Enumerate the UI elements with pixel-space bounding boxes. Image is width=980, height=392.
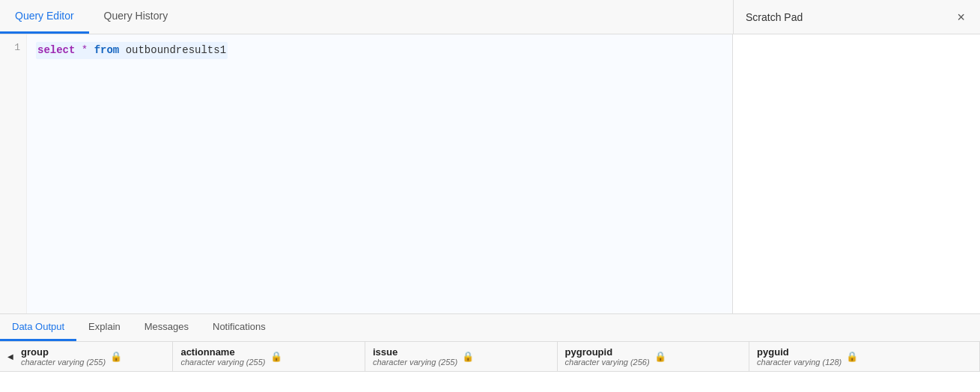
- col-pygroupid-content: pygroupid character varying (256): [565, 346, 650, 367]
- sort-icon: ◀: [7, 352, 13, 361]
- bottom-tabs: Data Output Explain Messages Notificatio…: [0, 313, 980, 342]
- col-issue-content: issue character varying (255): [373, 346, 457, 367]
- data-table: ◀ group character varying (255) 🔒 action…: [0, 342, 980, 372]
- code-line-1: select * from outboundresults1: [36, 42, 228, 59]
- table-header-row: ◀ group character varying (255) 🔒 action…: [0, 342, 980, 372]
- lock-icon-issue: 🔒: [462, 351, 474, 362]
- close-scratch-pad-button[interactable]: ×: [954, 9, 968, 25]
- col-actionname-type: character varying (255): [180, 358, 265, 367]
- tab-group: Query Editor Query History: [0, 0, 733, 34]
- lock-icon-group: 🔒: [110, 351, 122, 362]
- col-actionname-content: actionname character varying (255): [180, 346, 265, 367]
- keyword-star: *: [75, 44, 94, 56]
- col-issue-name: issue: [373, 346, 457, 358]
- tab-notifications[interactable]: Notifications: [201, 314, 278, 341]
- col-pygroupid-name: pygroupid: [565, 346, 650, 358]
- col-header-group[interactable]: ◀ group character varying (255) 🔒: [0, 342, 173, 372]
- col-group-content: group character varying (255): [21, 346, 106, 367]
- tab-query-history-label: Query History: [104, 10, 168, 22]
- tab-explain[interactable]: Explain: [76, 314, 133, 341]
- col-header-actionname[interactable]: actionname character varying (255) 🔒: [173, 342, 365, 372]
- tab-data-output-label: Data Output: [12, 321, 64, 332]
- col-issue-type: character varying (255): [373, 358, 457, 367]
- tab-query-editor-label: Query Editor: [15, 10, 74, 22]
- col-group-type: character varying (255): [21, 358, 106, 367]
- tab-explain-label: Explain: [88, 321, 121, 332]
- top-bar: Query Editor Query History Scratch Pad ×: [0, 0, 980, 34]
- data-table-area: ◀ group character varying (255) 🔒 action…: [0, 342, 980, 372]
- main-area: 1 select * from outboundresults1: [0, 34, 980, 313]
- tab-data-output[interactable]: Data Output: [0, 314, 76, 341]
- line-number-1: 1: [6, 42, 20, 53]
- col-header-issue[interactable]: issue character varying (255) 🔒: [365, 342, 557, 372]
- editor-area: 1 select * from outboundresults1: [0, 34, 733, 313]
- lock-icon-pygroupid: 🔒: [654, 351, 666, 362]
- col-header-pygroupid[interactable]: pygroupid character varying (256) 🔒: [557, 342, 749, 372]
- editor-content[interactable]: select * from outboundresults1: [27, 34, 732, 313]
- tab-query-editor[interactable]: Query Editor: [0, 0, 89, 34]
- scratch-pad-content[interactable]: [733, 34, 980, 313]
- scratch-pad-label: Scratch Pad: [746, 11, 803, 23]
- col-pyguid-content: pyguid character varying (128): [757, 346, 841, 367]
- col-pyguid-type: character varying (128): [757, 358, 841, 367]
- tab-messages-label: Messages: [144, 321, 189, 332]
- line-numbers: 1: [0, 34, 27, 313]
- tab-notifications-label: Notifications: [213, 321, 266, 332]
- scratch-pad-panel: Scratch Pad ×: [733, 0, 980, 34]
- col-actionname-name: actionname: [180, 346, 265, 358]
- keyword-from: from: [94, 44, 120, 56]
- keyword-select: select: [37, 44, 75, 56]
- col-pyguid-name: pyguid: [757, 346, 841, 358]
- lock-icon-pyguid: 🔒: [846, 351, 858, 362]
- col-header-pyguid[interactable]: pyguid character varying (128) 🔒: [749, 342, 980, 372]
- tab-messages[interactable]: Messages: [133, 314, 201, 341]
- col-group-name: group: [21, 346, 106, 358]
- lock-icon-actionname: 🔒: [270, 351, 282, 362]
- tab-query-history[interactable]: Query History: [89, 0, 183, 34]
- table-name: outboundresults1: [119, 44, 226, 56]
- col-pygroupid-type: character varying (256): [565, 358, 650, 367]
